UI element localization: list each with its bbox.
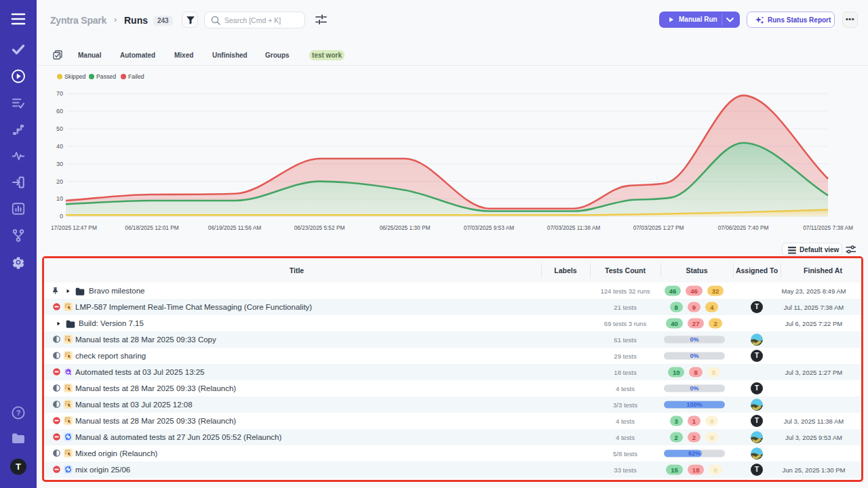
svg-text:07/11/2025 7:38 AM: 07/11/2025 7:38 AM (803, 224, 853, 231)
svg-text:06/18/2025 12:01 PM: 06/18/2025 12:01 PM (125, 224, 178, 231)
svg-text:06/25/2025 1:30 PM: 06/25/2025 1:30 PM (380, 224, 431, 231)
svg-text:50: 50 (56, 125, 63, 132)
svg-text:30: 30 (56, 161, 63, 167)
svg-text:06/23/2025 5:52 PM: 06/23/2025 5:52 PM (294, 224, 345, 231)
svg-text:?: ? (16, 409, 21, 417)
svg-text:60: 60 (56, 108, 63, 115)
svg-text:07/03/2025 1:27 PM: 07/03/2025 1:27 PM (633, 224, 684, 231)
svg-text:06/19/2025 11:56 AM: 06/19/2025 11:56 AM (208, 224, 261, 231)
svg-text:0: 0 (60, 213, 63, 220)
svg-text:70: 70 (56, 90, 63, 97)
svg-text:07/06/2025 7:40 PM: 07/06/2025 7:40 PM (718, 224, 769, 231)
svg-text:07/03/2025 9:53 AM: 07/03/2025 9:53 AM (464, 224, 514, 231)
svg-text:20: 20 (56, 178, 63, 185)
svg-text:17/2025 12:47 PM: 17/2025 12:47 PM (51, 224, 97, 231)
svg-text:07/03/2025 11:38 AM: 07/03/2025 11:38 AM (547, 224, 600, 231)
svg-text:10: 10 (56, 195, 63, 202)
svg-text:T: T (16, 462, 21, 472)
svg-text:40: 40 (56, 143, 63, 150)
